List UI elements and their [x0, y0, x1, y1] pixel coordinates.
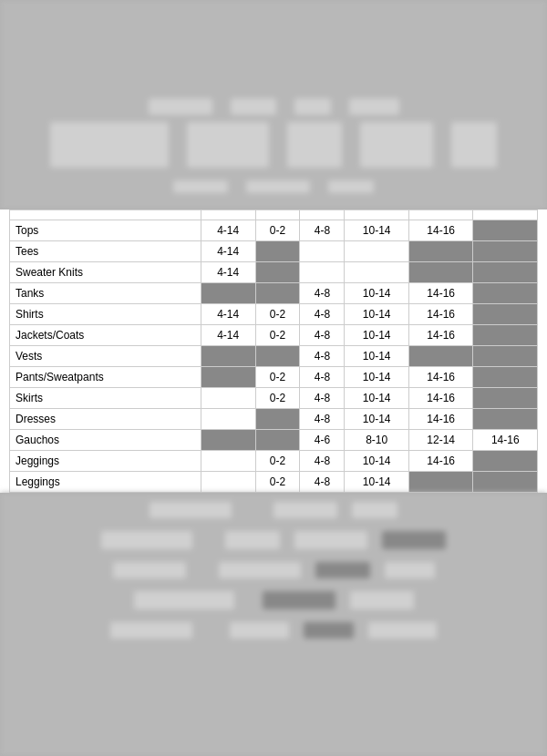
col4-cell: [473, 325, 538, 346]
sizeless-cell: 4-14: [201, 325, 255, 346]
col4-cell: [473, 241, 538, 262]
sizeless-cell: [201, 430, 255, 451]
category-cell: Gauchos: [10, 430, 201, 451]
col2-cell: 8-10: [345, 430, 409, 451]
sizeless-cell: 4-14: [201, 304, 255, 325]
category-cell: Jackets/Coats: [10, 325, 201, 346]
category-cell: Tanks: [10, 283, 201, 304]
col0-cell: 0-2: [255, 388, 300, 409]
col3-cell: 14-16: [408, 304, 473, 325]
table-row: Skirts0-24-810-1414-16: [10, 388, 538, 409]
col4-cell: 14-16: [473, 430, 538, 451]
sizeless-cell: [201, 283, 255, 304]
col2-cell: 10-14: [345, 451, 409, 472]
col4-cell: [473, 451, 538, 472]
col2-cell: [345, 241, 409, 262]
col4-cell: [473, 409, 538, 430]
table-row: Shirts4-140-24-810-1414-16: [10, 304, 538, 325]
col3-cell: 14-16: [408, 283, 473, 304]
col4-cell: [473, 283, 538, 304]
col2-cell: 10-14: [345, 388, 409, 409]
sizeless-cell: [201, 409, 255, 430]
table-row: Vests4-810-14: [10, 346, 538, 367]
col2-cell: 10-14: [345, 304, 409, 325]
col3-cell: [408, 472, 473, 493]
col1-cell: 4-8: [300, 346, 345, 367]
col4-cell: [473, 304, 538, 325]
col0-cell: [255, 262, 300, 283]
header-sizeless: [201, 210, 255, 220]
category-cell: Vests: [10, 346, 201, 367]
table-row: Jeggings0-24-810-1414-16: [10, 451, 538, 472]
col3-cell: 14-16: [408, 451, 473, 472]
col0-cell: [255, 283, 300, 304]
size-chart-table-container: Tops4-140-24-810-1414-16Tees4-14Sweater …: [0, 209, 547, 493]
col4-cell: [473, 346, 538, 367]
table-row: Sweater Knits4-14: [10, 262, 538, 283]
col1-cell: 4-8: [300, 388, 345, 409]
sizeless-cell: [201, 367, 255, 388]
sizeless-cell: [201, 346, 255, 367]
table-row: Dresses4-810-1414-16: [10, 409, 538, 430]
col2-cell: 10-14: [345, 409, 409, 430]
category-cell: Sweater Knits: [10, 262, 201, 283]
header-col4: [473, 210, 538, 220]
col3-cell: [408, 241, 473, 262]
category-cell: Pants/Sweatpants: [10, 367, 201, 388]
header-col2: [345, 210, 409, 220]
col2-cell: 10-14: [345, 472, 409, 493]
col0-cell: [255, 430, 300, 451]
category-cell: Tops: [10, 220, 201, 241]
col1-cell: 4-8: [300, 283, 345, 304]
col2-cell: [345, 262, 409, 283]
sizeless-cell: [201, 472, 255, 493]
sizeless-cell: 4-14: [201, 241, 255, 262]
col1-cell: 4-8: [300, 325, 345, 346]
col3-cell: 12-14: [408, 430, 473, 451]
col0-cell: 0-2: [255, 304, 300, 325]
table-row: Tees4-14: [10, 241, 538, 262]
col3-cell: 14-16: [408, 388, 473, 409]
category-cell: Leggings: [10, 472, 201, 493]
col0-cell: 0-2: [255, 367, 300, 388]
col2-cell: 10-14: [345, 220, 409, 241]
category-cell: Tees: [10, 241, 201, 262]
category-cell: Skirts: [10, 388, 201, 409]
sizeless-cell: 4-14: [201, 262, 255, 283]
col2-cell: 10-14: [345, 283, 409, 304]
category-cell: Shirts: [10, 304, 201, 325]
col2-cell: 10-14: [345, 367, 409, 388]
col4-cell: [473, 388, 538, 409]
header-col0: [255, 210, 300, 220]
size-chart-table: Tops4-140-24-810-1414-16Tees4-14Sweater …: [9, 209, 538, 493]
col1-cell: [300, 262, 345, 283]
col3-cell: [408, 346, 473, 367]
col0-cell: [255, 346, 300, 367]
col3-cell: 14-16: [408, 367, 473, 388]
col1-cell: 4-8: [300, 472, 345, 493]
col0-cell: 0-2: [255, 220, 300, 241]
col1-cell: 4-8: [300, 367, 345, 388]
sizeless-cell: [201, 388, 255, 409]
col4-cell: [473, 220, 538, 241]
col4-cell: [473, 262, 538, 283]
table-row: Gauchos4-68-1012-1414-16: [10, 430, 538, 451]
col4-cell: [473, 472, 538, 493]
header-col3: [408, 210, 473, 220]
col0-cell: [255, 409, 300, 430]
table-row: Leggings0-24-810-14: [10, 472, 538, 493]
col3-cell: 14-16: [408, 220, 473, 241]
col3-cell: 14-16: [408, 409, 473, 430]
col0-cell: 0-2: [255, 325, 300, 346]
col2-cell: 10-14: [345, 346, 409, 367]
col0-cell: 0-2: [255, 451, 300, 472]
blurred-top-section: [0, 0, 547, 209]
col3-cell: 14-16: [408, 325, 473, 346]
sizeless-cell: [201, 451, 255, 472]
col1-cell: 4-8: [300, 304, 345, 325]
table-row: Pants/Sweatpants0-24-810-1414-16: [10, 367, 538, 388]
col4-cell: [473, 367, 538, 388]
sizeless-cell: 4-14: [201, 220, 255, 241]
col0-cell: 0-2: [255, 472, 300, 493]
table-row: Tops4-140-24-810-1414-16: [10, 220, 538, 241]
